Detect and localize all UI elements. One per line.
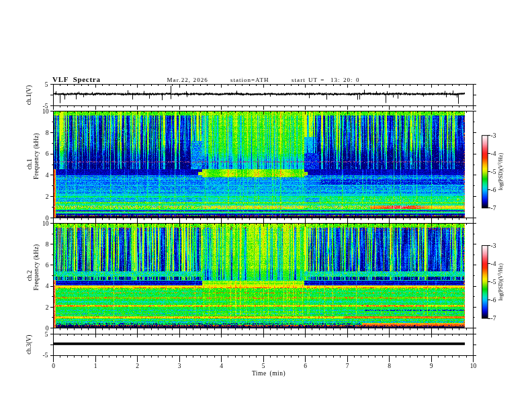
- svg-text:6: 6: [46, 150, 49, 157]
- svg-text:Mar.22, 2026: Mar.22, 2026: [167, 77, 208, 83]
- svg-text:-6: -6: [491, 187, 496, 193]
- svg-text:start UT = 13: 20: 0: start UT = 13: 20: 0: [292, 77, 359, 83]
- svg-text:ch.1(V): ch.1(V): [26, 85, 33, 105]
- svg-text:-6: -6: [491, 297, 496, 304]
- svg-text:Frequency (kHz): Frequency (kHz): [33, 244, 40, 290]
- svg-text:log(PSD)(V2/Hz): log(PSD)(V2/Hz): [497, 263, 504, 301]
- svg-text:4: 4: [220, 363, 223, 369]
- svg-text:4: 4: [46, 283, 49, 289]
- svg-text:2: 2: [46, 304, 49, 311]
- svg-text:-5: -5: [43, 352, 48, 359]
- svg-text:-7: -7: [491, 205, 496, 212]
- svg-text:-5: -5: [491, 169, 496, 175]
- svg-text:7: 7: [346, 363, 349, 369]
- svg-text:6: 6: [304, 363, 307, 369]
- svg-text:5: 5: [45, 331, 48, 338]
- svg-text:10: 10: [470, 363, 477, 369]
- svg-text:6: 6: [46, 262, 49, 269]
- svg-text:-3: -3: [491, 242, 496, 249]
- svg-text:-4: -4: [491, 150, 496, 157]
- svg-text:2: 2: [136, 363, 139, 369]
- svg-text:0: 0: [52, 363, 55, 369]
- svg-text:ch.2: ch.2: [26, 270, 33, 281]
- svg-text:3: 3: [178, 363, 181, 369]
- svg-text:-4: -4: [491, 261, 496, 267]
- svg-text:ch.1: ch.1: [26, 158, 33, 169]
- svg-text:9: 9: [430, 363, 433, 369]
- svg-text:-5: -5: [491, 279, 496, 285]
- svg-text:Time (min): Time (min): [252, 370, 285, 377]
- svg-text:5: 5: [262, 363, 265, 369]
- svg-text:10: 10: [42, 108, 49, 115]
- svg-text:5: 5: [45, 81, 48, 88]
- svg-text:Frequency (kHz): Frequency (kHz): [33, 133, 40, 179]
- svg-text:ch.3(V): ch.3(V): [26, 335, 33, 355]
- svg-text:10: 10: [42, 220, 49, 227]
- svg-text:2: 2: [46, 193, 49, 200]
- svg-text:station=ATH: station=ATH: [230, 77, 269, 83]
- svg-text:-7: -7: [491, 315, 496, 322]
- svg-text:1: 1: [94, 363, 97, 369]
- svg-text:-3: -3: [491, 132, 496, 139]
- svg-text:VLF Spectra: VLF Spectra: [52, 75, 101, 83]
- svg-text:log(PSD)(V2/Hz): log(PSD)(V2/Hz): [497, 152, 504, 190]
- svg-text:8: 8: [388, 363, 391, 369]
- svg-text:8: 8: [46, 130, 49, 136]
- svg-text:4: 4: [46, 172, 49, 179]
- svg-text:8: 8: [46, 241, 49, 248]
